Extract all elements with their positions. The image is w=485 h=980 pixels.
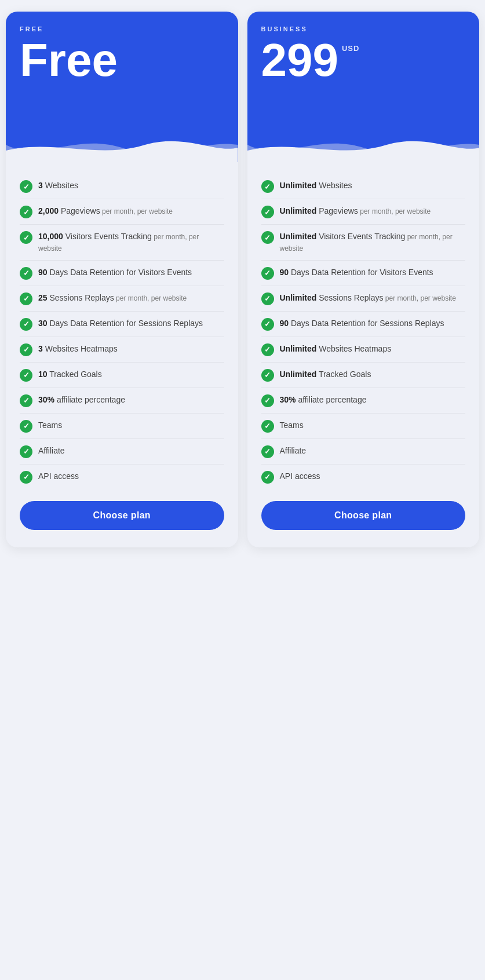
list-item: 90 Days Data Retention for Sessions Repl…: [261, 312, 466, 337]
check-icon: [20, 343, 32, 356]
plan-tier-free: FREE: [20, 25, 224, 32]
list-item: API access: [20, 465, 224, 489]
check-icon: [20, 445, 32, 458]
list-item: Teams: [20, 414, 224, 439]
feature-text: Unlimited Visitors Events Tracking per m…: [280, 231, 466, 254]
check-icon: [20, 267, 32, 280]
check-icon: [261, 267, 274, 280]
feature-text: API access: [38, 470, 79, 482]
feature-text: 30% affiliate percentage: [280, 394, 367, 405]
feature-list-business: Unlimited WebsitesUnlimited Pageviews pe…: [261, 174, 466, 489]
check-icon: [20, 394, 32, 407]
plan-header-business: BUSINESS299USD: [247, 12, 480, 133]
check-icon: [261, 471, 274, 484]
feature-text: 3 Websites: [38, 180, 78, 191]
plan-price-business: 299: [261, 37, 338, 83]
feature-text: Unlimited Websites Heatmaps: [280, 343, 392, 354]
wave-business: [247, 133, 480, 162]
list-item: 3 Websites: [20, 174, 224, 199]
list-item: 30 Days Data Retention for Sessions Repl…: [20, 312, 224, 337]
feature-text: 30 Days Data Retention for Sessions Repl…: [38, 317, 203, 329]
feature-text: 90 Days Data Retention for Visitors Even…: [38, 266, 192, 278]
check-icon: [20, 206, 32, 218]
plan-body-free: 3 Websites2,000 Pageviews per month, per…: [6, 162, 238, 547]
check-icon: [261, 420, 274, 433]
list-item: 10 Tracked Goals: [20, 363, 224, 388]
plan-card-business: BUSINESS299USD Unlimited WebsitesUnlimit…: [247, 12, 480, 547]
check-icon: [20, 180, 32, 193]
list-item: 90 Days Data Retention for Visitors Even…: [261, 261, 466, 286]
feature-text: 30% affiliate percentage: [38, 394, 125, 405]
list-item: Unlimited Sessions Replays per month, pe…: [261, 286, 466, 312]
list-item: Affiliate: [261, 439, 466, 465]
plan-currency-business: USD: [342, 44, 359, 53]
check-icon: [20, 292, 32, 305]
feature-text: 90 Days Data Retention for Visitors Even…: [280, 266, 433, 278]
list-item: 10,000 Visitors Events Tracking per mont…: [20, 225, 224, 261]
list-item: Unlimited Pageviews per month, per websi…: [261, 199, 466, 225]
plan-card-free: FREEFree 3 Websites2,000 Pageviews per m…: [6, 12, 238, 547]
check-icon: [261, 394, 274, 407]
list-item: API access: [261, 465, 466, 489]
list-item: 3 Websites Heatmaps: [20, 337, 224, 363]
wave-free: [6, 133, 238, 162]
check-icon: [261, 180, 274, 193]
check-icon: [261, 231, 274, 244]
list-item: 90 Days Data Retention for Visitors Even…: [20, 261, 224, 286]
feature-text: Unlimited Tracked Goals: [280, 368, 371, 380]
check-icon: [261, 369, 274, 382]
plan-body-business: Unlimited WebsitesUnlimited Pageviews pe…: [247, 162, 480, 547]
check-icon: [261, 343, 274, 356]
list-item: 25 Sessions Replays per month, per websi…: [20, 286, 224, 312]
feature-text: 3 Websites Heatmaps: [38, 343, 118, 354]
list-item: Unlimited Tracked Goals: [261, 363, 466, 388]
check-icon: [261, 206, 274, 218]
check-icon: [20, 369, 32, 382]
check-icon: [20, 471, 32, 484]
feature-list-free: 3 Websites2,000 Pageviews per month, per…: [20, 174, 224, 489]
list-item: 30% affiliate percentage: [20, 388, 224, 414]
feature-text: 90 Days Data Retention for Sessions Repl…: [280, 317, 444, 329]
plan-price-free: Free: [20, 37, 118, 83]
choose-plan-button-business[interactable]: Choose plan: [261, 501, 466, 530]
feature-text: Unlimited Websites: [280, 180, 352, 191]
plan-tier-business: BUSINESS: [261, 25, 466, 32]
feature-text: API access: [280, 470, 320, 482]
feature-text: Unlimited Pageviews per month, per websi…: [280, 205, 431, 217]
feature-text: Affiliate: [280, 445, 307, 456]
check-icon: [261, 318, 274, 331]
list-item: Unlimited Websites: [261, 174, 466, 199]
plans-container: FREEFree 3 Websites2,000 Pageviews per m…: [6, 12, 479, 547]
check-icon: [20, 420, 32, 433]
feature-text: 25 Sessions Replays per month, per websi…: [38, 292, 187, 303]
check-icon: [261, 445, 274, 458]
list-item: Teams: [261, 414, 466, 439]
feature-text: 10,000 Visitors Events Tracking per mont…: [38, 231, 224, 254]
check-icon: [20, 231, 32, 244]
list-item: 30% affiliate percentage: [261, 388, 466, 414]
choose-plan-button-free[interactable]: Choose plan: [20, 501, 224, 530]
list-item: Unlimited Websites Heatmaps: [261, 337, 466, 363]
list-item: Affiliate: [20, 439, 224, 465]
plan-header-free: FREEFree: [6, 12, 238, 133]
list-item: Unlimited Visitors Events Tracking per m…: [261, 225, 466, 261]
feature-text: 2,000 Pageviews per month, per website: [38, 205, 173, 217]
check-icon: [261, 292, 274, 305]
feature-text: Teams: [280, 419, 304, 431]
check-icon: [20, 318, 32, 331]
feature-text: Teams: [38, 419, 62, 431]
feature-text: Unlimited Sessions Replays per month, pe…: [280, 292, 456, 303]
list-item: 2,000 Pageviews per month, per website: [20, 199, 224, 225]
feature-text: 10 Tracked Goals: [38, 368, 102, 380]
feature-text: Affiliate: [38, 445, 65, 456]
